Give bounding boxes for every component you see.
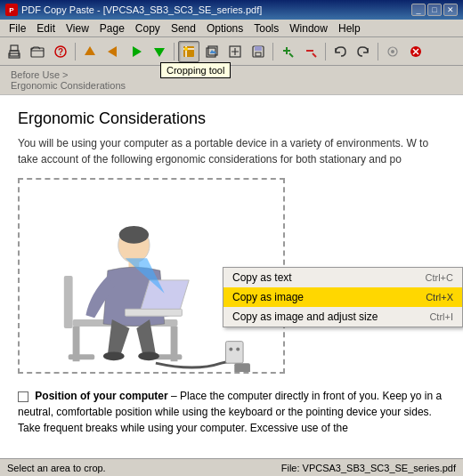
menu-bar: File Edit View Page Copy Send Options To… bbox=[0, 20, 463, 37]
copy-as-image-shortcut: Ctrl+X bbox=[426, 292, 453, 303]
svg-text:?: ? bbox=[58, 47, 63, 57]
svg-rect-33 bbox=[126, 309, 183, 316]
breadcrumb: Before Use > Ergonomic Considerations bbox=[0, 66, 463, 95]
undo-button[interactable] bbox=[329, 41, 351, 62]
context-menu: Copy as text Ctrl+C Copy as image Ctrl+X… bbox=[223, 267, 463, 327]
svg-point-37 bbox=[236, 348, 240, 351]
breadcrumb-current: Ergonomic Considerations bbox=[11, 80, 126, 91]
menu-page[interactable]: Page bbox=[94, 21, 130, 36]
svg-rect-26 bbox=[156, 354, 182, 359]
svg-rect-3 bbox=[31, 48, 44, 57]
svg-point-7 bbox=[184, 47, 188, 51]
main-content: Ergonomic Considerations You will be usi… bbox=[0, 95, 463, 467]
svg-point-36 bbox=[229, 348, 232, 351]
close-red-button[interactable] bbox=[405, 41, 426, 62]
title-bar-controls[interactable]: _ □ ✕ bbox=[411, 4, 458, 16]
menu-file[interactable]: File bbox=[4, 21, 31, 36]
menu-window[interactable]: Window bbox=[284, 21, 333, 36]
intro-text: You will be using your computer as a por… bbox=[18, 135, 445, 167]
copy-as-image-adjust-item[interactable]: Copy as image and adjust size Ctrl+I bbox=[223, 307, 462, 327]
copy-image-button[interactable] bbox=[201, 41, 223, 62]
app-icon: P bbox=[5, 4, 18, 16]
copy-as-text-label: Copy as text bbox=[232, 271, 292, 284]
help-button[interactable]: ? bbox=[50, 41, 71, 62]
svg-point-31 bbox=[103, 351, 125, 360]
menu-options[interactable]: Options bbox=[201, 21, 248, 36]
svg-rect-1 bbox=[11, 45, 18, 51]
maximize-button[interactable]: □ bbox=[427, 4, 442, 16]
crop-tool-button[interactable] bbox=[178, 41, 199, 62]
menu-send[interactable]: Send bbox=[166, 21, 201, 36]
separator-4 bbox=[325, 43, 326, 61]
menu-edit[interactable]: Edit bbox=[31, 21, 61, 36]
zoom-in-button[interactable] bbox=[277, 41, 298, 62]
toolbar: ? bbox=[0, 37, 463, 66]
save-button[interactable] bbox=[248, 41, 269, 62]
status-bar: Select an area to crop. File: VPCSA3_SB3… bbox=[0, 458, 463, 476]
nav-down-button[interactable] bbox=[149, 41, 170, 62]
copy-as-image-adjust-shortcut: Ctrl+I bbox=[429, 311, 453, 322]
copy-as-text-shortcut: Ctrl+C bbox=[426, 272, 453, 283]
separator-1 bbox=[75, 43, 76, 61]
svg-rect-35 bbox=[225, 342, 243, 364]
title-bar-left: P PDF Copy Paste - [VPCSA3_SB3_SC3_SE_se… bbox=[5, 4, 262, 16]
redo-button[interactable] bbox=[353, 41, 374, 62]
svg-rect-25 bbox=[69, 354, 94, 359]
breadcrumb-parent[interactable]: Before Use > bbox=[11, 69, 69, 80]
svg-rect-12 bbox=[255, 46, 262, 51]
page-title: Ergonomic Considerations bbox=[18, 109, 445, 128]
image-container: Copy as text Ctrl+C Copy as image Ctrl+X… bbox=[18, 178, 285, 383]
menu-tools[interactable]: Tools bbox=[248, 21, 284, 36]
copy-as-image-item[interactable]: Copy as image Ctrl+X bbox=[223, 287, 462, 307]
copy-size-button[interactable] bbox=[224, 41, 246, 62]
menu-copy[interactable]: Copy bbox=[130, 21, 166, 36]
copy-as-image-adjust-label: Copy as image and adjust size bbox=[232, 311, 378, 323]
menu-help[interactable]: Help bbox=[333, 21, 366, 36]
status-right: File: VPCSA3_SB3_SC3_SE_series.pdf bbox=[281, 463, 456, 473]
svg-rect-13 bbox=[256, 52, 261, 56]
zoom-out-button[interactable] bbox=[300, 41, 321, 62]
position-label: Position of your computer bbox=[35, 390, 167, 402]
svg-line-16 bbox=[289, 53, 293, 57]
copy-as-text-item[interactable]: Copy as text Ctrl+C bbox=[223, 268, 462, 287]
svg-rect-34 bbox=[234, 363, 250, 372]
window-title: PDF Copy Paste - [VPCSA3_SB3_SC3_SE_seri… bbox=[21, 4, 262, 15]
svg-rect-27 bbox=[64, 276, 73, 328]
svg-point-20 bbox=[391, 50, 394, 53]
copy-as-image-label: Copy as image bbox=[232, 291, 304, 303]
status-left: Select an area to crop. bbox=[7, 463, 106, 473]
separator-2 bbox=[174, 43, 175, 61]
close-button[interactable]: ✕ bbox=[443, 4, 458, 16]
menu-view[interactable]: View bbox=[61, 21, 94, 36]
option1-button[interactable] bbox=[382, 41, 403, 62]
nav-right-button[interactable] bbox=[126, 41, 147, 62]
tooltip: Cropping tool bbox=[160, 62, 231, 78]
svg-line-18 bbox=[313, 53, 316, 57]
nav-left-button[interactable] bbox=[102, 41, 124, 62]
svg-point-32 bbox=[138, 351, 159, 360]
title-bar: P PDF Copy Paste - [VPCSA3_SB3_SC3_SE_se… bbox=[0, 0, 463, 20]
nav-up-button[interactable] bbox=[79, 41, 101, 62]
minimize-button[interactable]: _ bbox=[411, 4, 426, 16]
separator-3 bbox=[272, 43, 273, 61]
bottom-section: Position of your computer – Place the co… bbox=[18, 388, 445, 436]
checkbox-bullet bbox=[18, 391, 28, 402]
svg-point-29 bbox=[119, 226, 149, 244]
open-button[interactable] bbox=[27, 41, 48, 62]
print-button[interactable] bbox=[4, 41, 25, 62]
separator-5 bbox=[378, 43, 378, 61]
